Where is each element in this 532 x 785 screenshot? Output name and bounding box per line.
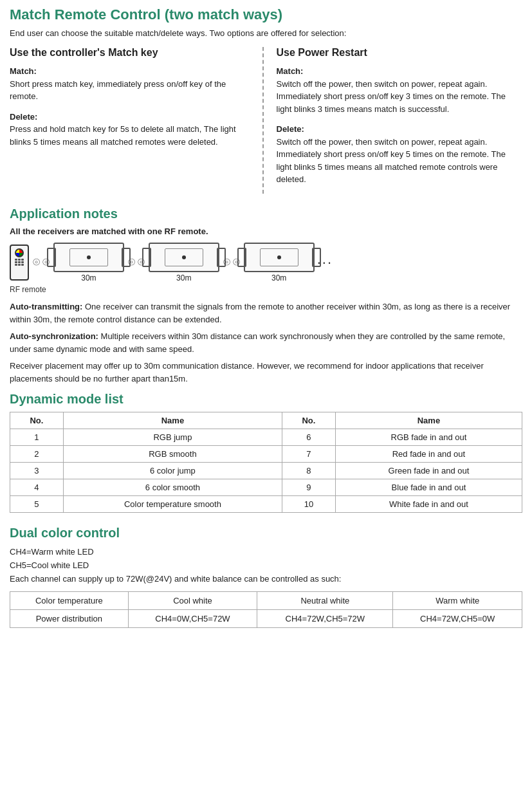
receiver-inner-3 bbox=[260, 248, 298, 266]
remote-circle bbox=[15, 248, 24, 257]
no2-cell: 10 bbox=[282, 496, 335, 513]
receiver-dot-3 bbox=[277, 255, 281, 259]
table-row: Power distribution CH4=0W,CH5=72W CH4=72… bbox=[10, 609, 522, 627]
remote-btn bbox=[21, 259, 24, 261]
no2-cell: 8 bbox=[282, 463, 335, 479]
name2-cell: Red fade in and out bbox=[335, 446, 522, 463]
cool-white-header: Cool white bbox=[128, 591, 257, 609]
remote-btn bbox=[18, 259, 21, 261]
auto-sync: Auto-synchronization: Multiple receivers… bbox=[10, 330, 522, 356]
intro-text: End user can choose the suitable match/d… bbox=[10, 28, 522, 38]
application-notes-title: Application notes bbox=[10, 207, 522, 221]
no2-cell: 9 bbox=[282, 479, 335, 496]
receiver-item-1: 30m bbox=[53, 243, 124, 282]
warm-value: CH4=72W,CH5=0W bbox=[393, 609, 522, 627]
match-controller-col: Use the controller's Match key Match: Sh… bbox=[10, 47, 264, 194]
no2-cell: 7 bbox=[282, 446, 335, 463]
receiver-item-3: 30m bbox=[244, 243, 315, 282]
power-dist-label: Power distribution bbox=[10, 609, 129, 627]
no1-cell: 1 bbox=[10, 429, 64, 446]
no1-cell: 2 bbox=[10, 446, 64, 463]
receiver-box-3 bbox=[244, 243, 315, 272]
rf-label: RF remote bbox=[10, 285, 522, 294]
app-note-text: All the receivers are matched with one R… bbox=[10, 226, 522, 236]
match-section: Use the controller's Match key Match: Sh… bbox=[10, 47, 522, 194]
match-controller-match-block: Match: Short press match key, immediatel… bbox=[10, 65, 256, 103]
remote-btn bbox=[18, 261, 21, 263]
dist-label-2: 30m bbox=[176, 273, 191, 282]
placement-text: Receiver placement may offer up to 30m c… bbox=[10, 360, 522, 385]
remote-btn bbox=[18, 264, 21, 266]
cool-value: CH4=0W,CH5=72W bbox=[128, 609, 257, 627]
remote-btn bbox=[15, 264, 17, 266]
name1-cell: RGB smooth bbox=[63, 446, 282, 463]
col-header-name1: Name bbox=[63, 412, 282, 429]
receiver-dot-1 bbox=[87, 255, 91, 259]
dist-label-1: 30m bbox=[81, 273, 96, 282]
match-controller-delete-block: Delete: Press and hold match key for 5s … bbox=[10, 111, 256, 149]
table-row: 4 6 color smooth 9 Blue fade in and out bbox=[10, 479, 522, 496]
table-row: 2 RGB smooth 7 Red fade in and out bbox=[10, 446, 522, 463]
diagram-row: ⦾ ⦾ 30m ⦾ ⦾ 30m ⦾ ⦾ 30m ··· bbox=[10, 243, 522, 282]
match-controller-match-label: Match: bbox=[10, 66, 37, 76]
receiver-box-1 bbox=[53, 243, 124, 272]
remote-btn bbox=[15, 259, 17, 261]
no2-cell: 6 bbox=[282, 429, 335, 446]
color-temp-header: Color temperature bbox=[10, 591, 129, 609]
receiver-dot-2 bbox=[182, 255, 186, 259]
auto-transmitting: Auto-transmitting: One receiver can tran… bbox=[10, 300, 522, 326]
remote-btn bbox=[15, 261, 17, 263]
match-power-delete-label: Delete: bbox=[277, 124, 304, 134]
remote-icon bbox=[10, 245, 29, 281]
match-power-match-block: Match: Switch off the power, then switch… bbox=[277, 65, 523, 115]
match-controller-delete-label: Delete: bbox=[10, 112, 37, 122]
receiver-box-2 bbox=[149, 243, 219, 272]
neutral-white-header: Neutral white bbox=[257, 591, 393, 609]
dynamic-mode-table: No. Name No. Name 1 RGB jump 6 RGB fade … bbox=[10, 412, 522, 513]
col-header-name2: Name bbox=[335, 412, 522, 429]
neutral-value: CH4=72W,CH5=72W bbox=[257, 609, 393, 627]
remote-btn bbox=[21, 264, 24, 266]
no1-cell: 4 bbox=[10, 479, 64, 496]
table-row: 3 6 color jump 8 Green fade in and out bbox=[10, 463, 522, 479]
receiver-item-2: 30m bbox=[149, 243, 219, 282]
dynamic-table-header-row: No. Name No. Name bbox=[10, 412, 522, 429]
table-row: 1 RGB jump 6 RGB fade in and out bbox=[10, 429, 522, 446]
receiver-inner-1 bbox=[69, 248, 108, 266]
remote-btn-row3 bbox=[15, 264, 24, 266]
auto-transmitting-label: Auto-transmitting: bbox=[10, 302, 82, 311]
auto-sync-label: Auto-synchronization: bbox=[10, 331, 98, 341]
col-header-no2: No. bbox=[282, 412, 335, 429]
match-power-delete-block: Delete: Switch off the power, then switc… bbox=[277, 123, 523, 186]
match-power-heading: Use Power Restart bbox=[277, 47, 523, 59]
dual-color-line2: CH5=Cool white LED bbox=[10, 559, 522, 573]
table-row: 5 Color temperature smooth 10 White fade… bbox=[10, 496, 522, 513]
receiver-inner-2 bbox=[165, 248, 203, 266]
match-power-delete-text: Switch off the power, then switch on pow… bbox=[277, 137, 506, 185]
match-power-col: Use Power Restart Match: Switch off the … bbox=[264, 47, 523, 194]
name2-cell: Green fade in and out bbox=[335, 463, 522, 479]
match-controller-delete-text: Press and hold match key for 5s to delet… bbox=[10, 124, 236, 147]
color-table-body: Power distribution CH4=0W,CH5=72W CH4=72… bbox=[10, 609, 522, 627]
no1-cell: 3 bbox=[10, 463, 64, 479]
dual-color-lines: CH4=Warm white LED CH5=Cool white LED Ea… bbox=[10, 546, 522, 586]
name1-cell: 6 color jump bbox=[63, 463, 282, 479]
dynamic-table-body: 1 RGB jump 6 RGB fade in and out 2 RGB s… bbox=[10, 429, 522, 513]
color-table: Color temperature Cool white Neutral whi… bbox=[10, 591, 522, 628]
page-title: Match Remote Control (two match ways) bbox=[10, 6, 522, 23]
auto-transmitting-text: One receiver can transmit the signals fr… bbox=[10, 302, 510, 324]
name2-cell: RGB fade in and out bbox=[335, 429, 522, 446]
dynamic-mode-title: Dynamic mode list bbox=[10, 392, 522, 407]
no1-cell: 5 bbox=[10, 496, 64, 513]
dist-label-3: 30m bbox=[271, 273, 286, 282]
remote-btn-row1 bbox=[15, 259, 24, 261]
color-table-header-row: Color temperature Cool white Neutral whi… bbox=[10, 591, 522, 609]
match-power-match-text: Switch off the power, then switch on pow… bbox=[277, 79, 506, 114]
remote-buttons bbox=[12, 259, 26, 266]
match-power-match-label: Match: bbox=[277, 66, 304, 76]
name1-cell: Color temperature smooth bbox=[63, 496, 282, 513]
remote-btn-row2 bbox=[15, 261, 24, 263]
dual-color-line1: CH4=Warm white LED bbox=[10, 546, 522, 559]
col-header-no1: No. bbox=[10, 412, 64, 429]
warm-white-header: Warm white bbox=[393, 591, 522, 609]
